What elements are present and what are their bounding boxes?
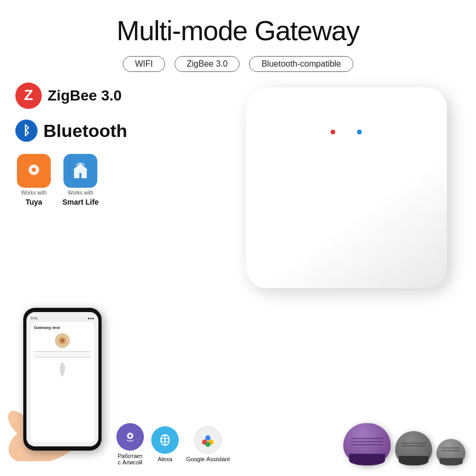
google-item: Google Assistant <box>186 426 230 462</box>
phone-outer: 9:41 ●●● Gateway test <box>23 308 102 451</box>
alexa-icon <box>151 426 179 454</box>
tag-zigbee: ZigBee 3.0 <box>175 56 240 72</box>
smartlife-works-with: Works with <box>68 190 94 196</box>
google-label: Google Assistant <box>186 456 230 462</box>
google-icon <box>194 426 222 454</box>
echo-speaker-large <box>395 431 432 465</box>
alexa-item: Alexa <box>151 426 179 462</box>
phone-app-title: Gateway test <box>34 325 91 330</box>
assistants-row: Работает с Алисой Alexa <box>116 423 338 465</box>
phone-screen: 9:41 ●●● Gateway test <box>26 312 98 446</box>
bluetooth-label: Bluetooth <box>43 121 127 141</box>
svg-text:ᛒ: ᛒ <box>23 123 30 138</box>
tag-wifi: WIFI <box>123 56 165 72</box>
tuya-app-item: Works with Tuya <box>17 154 51 206</box>
bottom-row: Работает с Алисой Alexa <box>116 423 465 465</box>
svg-point-13 <box>61 339 64 342</box>
google-logo <box>199 432 216 448</box>
zigbee-row: Z ZigBee 3.0 <box>15 82 168 109</box>
tag-bluetooth: Bluetooth-compatible <box>249 56 353 72</box>
tuya-works-with: Works with <box>21 190 47 196</box>
smartlife-icon-box <box>63 154 97 188</box>
smartlife-name: Smart Life <box>62 198 98 206</box>
page-title: Multi-mode Gateway <box>0 0 476 47</box>
zigbee-label: ZigBee 3.0 <box>48 87 122 104</box>
smartlife-app-item: Works with Smart Life <box>62 154 98 206</box>
left-panel: Z ZigBee 3.0 ᛒ Bluetooth Works with Tuya <box>15 82 168 206</box>
svg-point-5 <box>32 168 36 172</box>
bluetooth-row: ᛒ Bluetooth <box>15 119 168 142</box>
tuya-icon <box>22 159 45 182</box>
phone-container: 9:41 ●●● Gateway test <box>10 308 115 451</box>
svg-point-22 <box>205 435 210 441</box>
phone-app-content: Gateway test <box>31 322 94 442</box>
alexa-logo <box>157 432 173 448</box>
tags-row: WIFI ZigBee 3.0 Bluetooth-compatible <box>0 56 476 72</box>
tuya-name: Tuya <box>25 198 42 206</box>
svg-point-25 <box>205 442 210 447</box>
echo-speaker-small <box>436 439 465 465</box>
bluetooth-icon: ᛒ <box>15 119 38 142</box>
zigbee-icon: Z <box>15 82 42 109</box>
smartlife-icon <box>69 159 92 182</box>
led-blue <box>357 130 362 134</box>
led-red <box>331 130 335 134</box>
phone-device-icon <box>55 333 70 348</box>
svg-text:Z: Z <box>24 87 33 103</box>
gateway-box <box>246 87 447 288</box>
purple-speaker <box>343 423 391 465</box>
app-icons-row: Works with Tuya Works with Smart Life <box>17 154 168 206</box>
alexa-label: Alexa <box>158 456 172 462</box>
gateway-device <box>233 74 460 301</box>
speakers-row <box>343 423 465 465</box>
phone-status-bar: 9:41 ●●● <box>31 316 94 320</box>
tuya-icon-box <box>17 154 51 188</box>
